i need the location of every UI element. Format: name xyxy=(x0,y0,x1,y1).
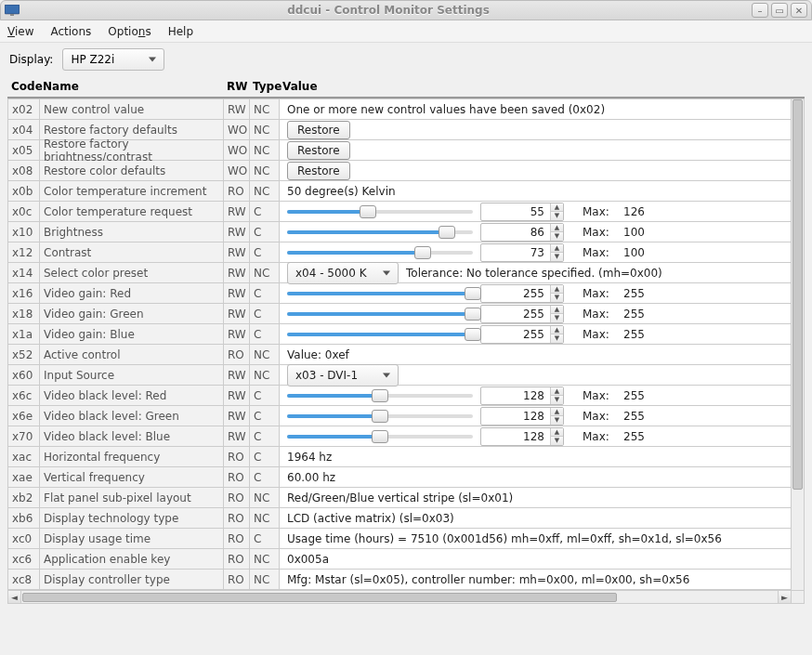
spin-down-icon[interactable]: ▼ xyxy=(551,437,563,445)
restore-button[interactable]: Restore xyxy=(287,121,350,139)
value-slider[interactable] xyxy=(287,412,473,421)
table-row: x52Active controlRONCValue: 0xef xyxy=(8,345,791,365)
cell-value: 50 degree(s) Kelvin xyxy=(280,181,791,202)
slider-thumb[interactable] xyxy=(372,410,388,423)
cell-name: Video gain: Blue xyxy=(40,324,224,345)
slider-thumb[interactable] xyxy=(465,328,481,341)
slider-thumb[interactable] xyxy=(372,430,388,443)
cell-type: C xyxy=(250,324,280,345)
cell-value: Mfg: Mstar (sl=0x05), controller number:… xyxy=(280,570,791,590)
value-slider[interactable] xyxy=(287,309,473,319)
close-button[interactable]: ✕ xyxy=(791,3,807,18)
vertical-scrollbar-thumb[interactable] xyxy=(792,99,803,490)
spin-up-icon[interactable]: ▲ xyxy=(551,387,563,397)
display-select[interactable]: HP Z22i xyxy=(62,48,164,71)
menubar: View Actions Options Help xyxy=(0,20,812,43)
horizontal-scrollbar[interactable]: ◄ ► xyxy=(8,590,791,603)
minimize-button[interactable]: – xyxy=(752,3,768,18)
value-spinbox[interactable]: 255▲▼ xyxy=(480,305,564,323)
spinbox-value: 55 xyxy=(481,203,550,220)
cell-type: C xyxy=(250,386,280,406)
horizontal-scrollbar-thumb[interactable] xyxy=(22,593,617,602)
spin-up-icon[interactable]: ▲ xyxy=(551,408,563,417)
value-slider[interactable] xyxy=(287,391,473,400)
cell-code: x08 xyxy=(8,161,40,181)
vertical-scrollbar[interactable] xyxy=(791,99,804,590)
value-slider[interactable] xyxy=(287,228,473,237)
table-row: x6eVideo black level: GreenRWC128▲▼Max:2… xyxy=(8,406,791,426)
spin-down-icon[interactable]: ▼ xyxy=(551,232,563,241)
max-label: Max: xyxy=(583,328,616,341)
menu-options[interactable]: Options xyxy=(108,25,151,38)
value-slider[interactable] xyxy=(287,432,473,441)
value-spinbox[interactable]: 73▲▼ xyxy=(480,243,564,262)
scroll-left-icon[interactable]: ◄ xyxy=(8,591,21,603)
value-slider[interactable] xyxy=(287,207,473,216)
spin-up-icon[interactable]: ▲ xyxy=(551,428,563,438)
value-slider[interactable] xyxy=(287,330,473,339)
cell-value: Restore xyxy=(280,140,791,161)
scroll-right-icon[interactable]: ► xyxy=(778,591,791,603)
spin-down-icon[interactable]: ▼ xyxy=(551,334,563,343)
spin-down-icon[interactable]: ▼ xyxy=(551,212,563,220)
cell-name: Color temperature request xyxy=(40,202,224,222)
cell-value: 1964 hz xyxy=(280,447,791,467)
value-spinbox[interactable]: 255▲▼ xyxy=(480,284,564,303)
spin-up-icon[interactable]: ▲ xyxy=(551,244,563,254)
value-spinbox[interactable]: 255▲▼ xyxy=(480,325,564,344)
maximize-button[interactable]: ▭ xyxy=(771,3,788,18)
spin-down-icon[interactable]: ▼ xyxy=(551,294,563,302)
value-spinbox[interactable]: 128▲▼ xyxy=(480,427,564,446)
value-spinbox[interactable]: 128▲▼ xyxy=(480,407,564,426)
cell-code: x6c xyxy=(8,386,40,406)
cell-name: Video black level: Red xyxy=(40,386,224,406)
cell-type: C xyxy=(250,242,280,263)
cell-type: NC xyxy=(250,345,280,365)
value-spinbox[interactable]: 55▲▼ xyxy=(480,203,564,221)
spinbox-value: 73 xyxy=(481,244,550,261)
cell-rw: RO xyxy=(224,488,250,508)
restore-button[interactable]: Restore xyxy=(287,162,350,180)
scroll-corner xyxy=(791,590,804,603)
spin-down-icon[interactable]: ▼ xyxy=(551,396,563,404)
cell-value: Restore xyxy=(280,161,791,181)
menu-view[interactable]: View xyxy=(7,25,33,38)
slider-thumb[interactable] xyxy=(439,226,455,239)
max-value: 255 xyxy=(623,389,661,402)
spin-up-icon[interactable]: ▲ xyxy=(551,224,563,233)
menu-help[interactable]: Help xyxy=(168,25,193,38)
spin-up-icon[interactable]: ▲ xyxy=(551,326,563,335)
cell-type: NC xyxy=(250,570,280,590)
slider-thumb[interactable] xyxy=(372,389,388,402)
value-slider[interactable] xyxy=(287,248,473,257)
spin-down-icon[interactable]: ▼ xyxy=(551,416,563,425)
value-spinbox[interactable]: 128▲▼ xyxy=(480,386,564,405)
table-row: xb2Flat panel sub-pixel layoutRONCRed/Gr… xyxy=(8,488,791,508)
value-select[interactable]: x04 - 5000 K xyxy=(287,262,399,284)
value-slider[interactable] xyxy=(287,289,473,298)
table-row: xaeVertical frequencyROC60.00 hz xyxy=(8,467,791,488)
cell-code: x16 xyxy=(8,283,40,304)
spin-up-icon[interactable]: ▲ xyxy=(551,306,563,315)
cell-type: NC xyxy=(250,181,280,202)
slider-thumb[interactable] xyxy=(360,205,376,218)
cell-type: C xyxy=(250,406,280,426)
slider-thumb[interactable] xyxy=(465,308,481,321)
cell-type: C xyxy=(250,202,280,222)
spin-down-icon[interactable]: ▼ xyxy=(551,253,563,261)
max-value: 255 xyxy=(623,308,661,321)
spin-up-icon[interactable]: ▲ xyxy=(551,203,563,213)
spin-up-icon[interactable]: ▲ xyxy=(551,285,563,295)
value-select[interactable]: x03 - DVI-1 xyxy=(287,364,399,386)
cell-name: Video black level: Blue xyxy=(40,426,224,447)
cell-code: x04 xyxy=(8,120,40,140)
menu-actions[interactable]: Actions xyxy=(50,25,91,38)
restore-button[interactable]: Restore xyxy=(287,141,350,160)
cell-rw: RW xyxy=(224,263,250,283)
max-value: 255 xyxy=(623,287,661,300)
slider-thumb[interactable] xyxy=(414,246,431,259)
spin-down-icon[interactable]: ▼ xyxy=(551,314,563,322)
cell-name: Restore color defaults xyxy=(40,161,224,181)
value-spinbox[interactable]: 86▲▼ xyxy=(480,223,564,242)
slider-thumb[interactable] xyxy=(465,287,481,300)
